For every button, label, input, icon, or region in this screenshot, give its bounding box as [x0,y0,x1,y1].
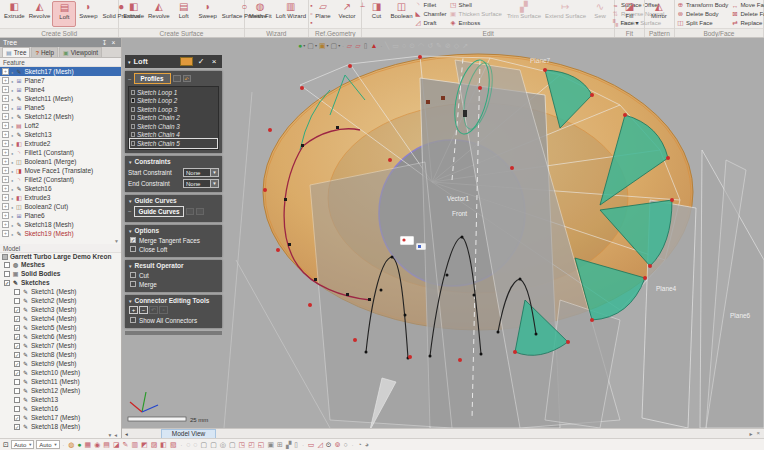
option-check-row[interactable]: Merge Tangent Faces [128,236,219,245]
close-icon[interactable]: × [109,39,118,46]
model-group-checkbox[interactable] [4,262,10,268]
expand-icon[interactable] [2,158,9,165]
expand-icon[interactable] [2,149,9,156]
bottom-tool-icon[interactable]: ◕ [365,440,369,450]
collapse-icon[interactable]: ▾ [128,59,131,65]
panel-tab[interactable]: Viewpoint [59,47,102,57]
sketch-checkbox[interactable] [14,307,20,313]
sketch-checkbox[interactable] [14,343,20,349]
ribbon-button[interactable]: ◧ Extrude [2,1,27,27]
sketch-checkbox[interactable] [14,406,20,412]
model-group-row[interactable]: Meshes [0,260,121,269]
viewport-tool-icon[interactable]: ╲ [385,42,390,50]
viewport-tool-icon[interactable]: ◠ [418,42,425,50]
selection-mode-icon[interactable]: ⊡ [3,440,9,450]
viewport-3d[interactable]: Plane7 Vector1 Front Plane4 Plane6 [122,38,764,428]
bottom-tool-icon[interactable]: ⊚ [335,440,341,450]
ribbon-button[interactable]: ◧ Extrude [121,1,146,27]
ribbon-button[interactable]: ↗ Vector [335,1,359,27]
bottom-tool-icon[interactable]: ▯ [294,440,298,450]
profile-list-item[interactable]: Sketch Chain 4 [130,131,217,140]
ribbon-button[interactable]: ↦ Extend Surface [543,1,588,27]
feature-tree-row[interactable]: Fillet2 (Constant) [0,175,121,184]
collapse-minus-icon[interactable]: − [128,76,132,82]
result-check-row[interactable]: Merge [128,280,219,289]
feature-tree-row[interactable]: Boolean2 (Cut) [0,202,121,211]
ribbon-button[interactable]: ▚ Untrim Surface [612,18,667,27]
feature-tree-row[interactable]: Fillet1 (Constant) [0,148,121,157]
nav-left-icon[interactable]: ◂ [114,432,117,438]
visibility-dot-icon[interactable] [11,86,13,93]
feature-tree-row[interactable]: Extrude3 [0,193,121,202]
bottom-tool-icon[interactable]: ▦ [85,440,92,450]
profile-list-item[interactable]: Sketch Chain 3 [130,122,217,131]
bottom-tool-icon[interactable]: ▢ [229,440,236,450]
guide-tool-icon[interactable] [186,208,194,215]
viewport-tool-icon[interactable]: · [380,43,383,49]
profile-list-item[interactable]: Sketch Chain 2 [130,114,217,123]
sketch-checkbox[interactable] [14,361,20,367]
feature-tree-row[interactable]: Boolean1 (Merge) [0,157,121,166]
profiles-options-icon[interactable] [173,75,181,82]
visibility-dot-icon[interactable] [11,149,13,156]
feature-tree-row[interactable]: Sketch17 (Mesh) [0,67,121,76]
profile-list-item[interactable]: Sketch Loop 1 [130,88,217,97]
checkbox[interactable] [130,281,136,287]
viewport-tool-icon[interactable]: ▢ ▾ [307,42,317,50]
profile-list-item[interactable]: Sketch Chain 5 [130,139,217,148]
sketch-row[interactable]: Sketch5 (Mesh) [0,323,121,332]
bottom-tool-icon[interactable]: · [180,440,184,450]
visibility-dot-icon[interactable] [11,77,13,84]
viewport-tool-icon[interactable]: ◇ [454,42,460,50]
bottom-tool-icon[interactable]: ◰ [248,440,255,450]
guide-curves-button[interactable]: Guide Curves [134,206,185,217]
profiles-button[interactable]: Profiles [134,73,171,84]
sketch-checkbox[interactable] [14,388,20,394]
bottom-tool-icon[interactable]: ▤ [103,440,110,450]
feature-tree-row[interactable]: Plane6 [0,211,121,220]
snap-mode-select[interactable]: Auto ▼ [36,440,59,449]
sketch-row[interactable]: Sketch12 (Mesh) [0,386,121,395]
sketch-checkbox[interactable] [14,334,20,340]
sketch-row[interactable]: Sketch6 (Mesh) [0,332,121,341]
tab-close-icon[interactable]: × [756,430,760,437]
viewport-tool-icon[interactable]: ✎ [436,42,443,50]
connector-check-row[interactable]: Show All Connectors [128,316,219,325]
expand-icon[interactable] [2,77,9,84]
sketch-checkbox[interactable] [14,370,20,376]
viewport-tool-icon[interactable]: · [342,43,345,49]
sketch-checkbox[interactable] [14,424,20,430]
ribbon-button[interactable]: ◭ Revolve [146,1,172,27]
sketch-checkbox[interactable] [14,298,20,304]
expand-icon[interactable] [2,68,9,75]
bottom-tool-icon[interactable]: · [301,440,305,450]
bottom-tool-icon[interactable]: ▞ [286,440,291,450]
visibility-dot-icon[interactable] [11,194,13,201]
section-collapse-icon[interactable] [128,227,132,234]
visibility-dot-icon[interactable] [11,203,13,210]
visibility-dot-icon[interactable] [11,158,13,165]
sketch-row[interactable]: Sketch3 (Mesh) [0,305,121,314]
expand-icon[interactable] [2,131,9,138]
visibility-dot-icon[interactable] [11,95,13,102]
expand-icon[interactable] [2,104,9,111]
bottom-tool-icon[interactable]: ▥ [131,440,138,450]
sketch-checkbox[interactable] [14,325,20,331]
model-group-row[interactable]: Sketches [0,278,121,287]
bottom-tool-icon[interactable]: ✎ [123,440,129,450]
selection-filter-select[interactable]: Auto ▼ [11,440,34,449]
expand-icon[interactable] [2,212,9,219]
visibility-dot-icon[interactable] [11,68,13,75]
guide-undo-icon[interactable] [196,208,204,215]
ribbon-button[interactable]: ↔ Move Face [731,1,764,10]
expand-icon[interactable] [2,185,9,192]
expand-icon[interactable] [2,194,9,201]
sketch-checkbox[interactable] [14,316,20,322]
viewport-tool-icon[interactable]: ↺ [427,42,434,50]
ribbon-button[interactable]: ◣ Chamfer [415,10,450,19]
option-check-row[interactable]: Close Loft [128,245,219,254]
profile-list-item[interactable]: Sketch Loop 3 [130,105,217,114]
tab-model-view[interactable]: Model View [161,429,216,438]
ribbon-button[interactable]: ⊠ Delete Face [731,10,764,19]
bottom-tool-icon[interactable]: ⊞ [277,440,283,450]
